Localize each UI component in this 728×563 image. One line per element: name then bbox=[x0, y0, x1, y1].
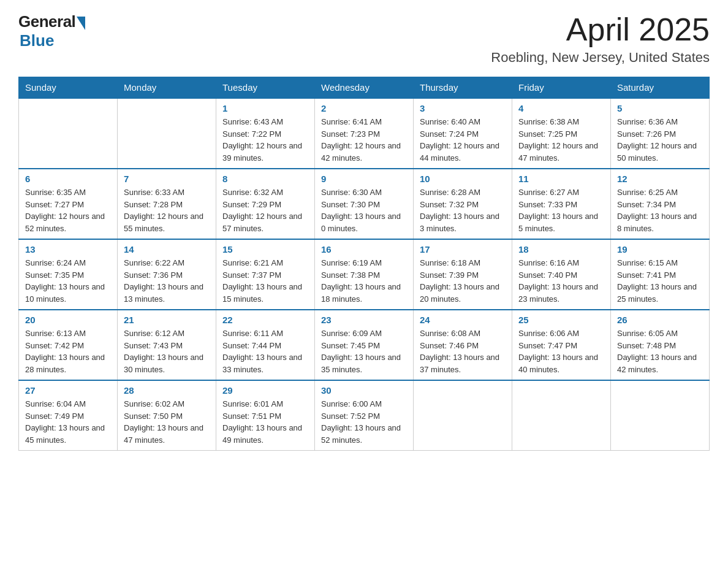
calendar-week-row: 6Sunrise: 6:35 AMSunset: 7:27 PMDaylight… bbox=[19, 169, 710, 239]
calendar-header-cell: Thursday bbox=[414, 77, 512, 99]
day-number: 3 bbox=[420, 103, 506, 113]
calendar-body: 1Sunrise: 6:43 AMSunset: 7:22 PMDaylight… bbox=[19, 98, 710, 451]
day-info: Sunrise: 6:30 AMSunset: 7:30 PMDaylight:… bbox=[321, 186, 407, 234]
calendar-day-cell: 21Sunrise: 6:12 AMSunset: 7:43 PMDayligh… bbox=[118, 310, 216, 380]
day-number: 11 bbox=[518, 174, 604, 184]
calendar-day-cell: 28Sunrise: 6:02 AMSunset: 7:50 PMDayligh… bbox=[118, 380, 216, 451]
day-info: Sunrise: 6:08 AMSunset: 7:46 PMDaylight:… bbox=[420, 327, 506, 375]
calendar-day-cell: 19Sunrise: 6:15 AMSunset: 7:41 PMDayligh… bbox=[611, 239, 710, 310]
day-info: Sunrise: 6:04 AMSunset: 7:49 PMDaylight:… bbox=[25, 398, 111, 446]
day-info: Sunrise: 6:28 AMSunset: 7:32 PMDaylight:… bbox=[420, 186, 506, 234]
calendar-day-cell: 7Sunrise: 6:33 AMSunset: 7:28 PMDaylight… bbox=[118, 169, 216, 239]
day-number: 18 bbox=[518, 244, 604, 255]
calendar-day-cell: 17Sunrise: 6:18 AMSunset: 7:39 PMDayligh… bbox=[414, 239, 512, 310]
day-info: Sunrise: 6:13 AMSunset: 7:42 PMDaylight:… bbox=[25, 327, 111, 375]
day-number: 9 bbox=[321, 174, 407, 184]
calendar-header-cell: Saturday bbox=[611, 77, 710, 99]
calendar-day-cell: 16Sunrise: 6:19 AMSunset: 7:38 PMDayligh… bbox=[315, 239, 414, 310]
day-number: 25 bbox=[518, 315, 604, 325]
calendar-day-cell: 25Sunrise: 6:06 AMSunset: 7:47 PMDayligh… bbox=[512, 310, 611, 380]
calendar-day-cell: 30Sunrise: 6:00 AMSunset: 7:52 PMDayligh… bbox=[315, 380, 414, 451]
page-header: General Blue April 2025 Roebling, New Je… bbox=[18, 12, 710, 66]
day-info: Sunrise: 6:16 AMSunset: 7:40 PMDaylight:… bbox=[518, 257, 604, 305]
calendar-header-cell: Friday bbox=[512, 77, 611, 99]
day-info: Sunrise: 6:43 AMSunset: 7:22 PMDaylight:… bbox=[222, 116, 308, 164]
day-info: Sunrise: 6:25 AMSunset: 7:34 PMDaylight:… bbox=[617, 186, 703, 234]
day-number: 14 bbox=[124, 244, 210, 255]
calendar-day-cell: 14Sunrise: 6:22 AMSunset: 7:36 PMDayligh… bbox=[118, 239, 216, 310]
day-info: Sunrise: 6:24 AMSunset: 7:35 PMDaylight:… bbox=[25, 257, 111, 305]
calendar-day-cell bbox=[414, 380, 512, 451]
day-info: Sunrise: 6:19 AMSunset: 7:38 PMDaylight:… bbox=[321, 257, 407, 305]
calendar-table: SundayMondayTuesdayWednesdayThursdayFrid… bbox=[18, 77, 710, 451]
day-info: Sunrise: 6:38 AMSunset: 7:25 PMDaylight:… bbox=[518, 116, 604, 164]
day-number: 5 bbox=[617, 103, 703, 113]
day-number: 17 bbox=[420, 244, 506, 255]
day-number: 13 bbox=[25, 244, 111, 255]
day-info: Sunrise: 6:05 AMSunset: 7:48 PMDaylight:… bbox=[617, 327, 703, 375]
calendar-header-cell: Monday bbox=[118, 77, 216, 99]
day-info: Sunrise: 6:27 AMSunset: 7:33 PMDaylight:… bbox=[518, 186, 604, 234]
day-number: 8 bbox=[222, 174, 308, 184]
calendar-day-cell: 10Sunrise: 6:28 AMSunset: 7:32 PMDayligh… bbox=[414, 169, 512, 239]
day-number: 29 bbox=[222, 385, 308, 396]
calendar-day-cell: 12Sunrise: 6:25 AMSunset: 7:34 PMDayligh… bbox=[611, 169, 710, 239]
day-number: 6 bbox=[25, 174, 111, 184]
calendar-day-cell bbox=[118, 98, 216, 169]
calendar-week-row: 27Sunrise: 6:04 AMSunset: 7:49 PMDayligh… bbox=[19, 380, 710, 451]
day-info: Sunrise: 6:36 AMSunset: 7:26 PMDaylight:… bbox=[617, 116, 703, 164]
calendar-day-cell: 22Sunrise: 6:11 AMSunset: 7:44 PMDayligh… bbox=[216, 310, 315, 380]
calendar-day-cell: 5Sunrise: 6:36 AMSunset: 7:26 PMDaylight… bbox=[611, 98, 710, 169]
calendar-week-row: 20Sunrise: 6:13 AMSunset: 7:42 PMDayligh… bbox=[19, 310, 710, 380]
calendar-day-cell: 6Sunrise: 6:35 AMSunset: 7:27 PMDaylight… bbox=[19, 169, 118, 239]
day-number: 15 bbox=[222, 244, 308, 255]
location-title: Roebling, New Jersey, United States bbox=[491, 50, 710, 66]
day-number: 30 bbox=[321, 385, 407, 396]
calendar-day-cell: 2Sunrise: 6:41 AMSunset: 7:23 PMDaylight… bbox=[315, 98, 414, 169]
calendar-day-cell: 26Sunrise: 6:05 AMSunset: 7:48 PMDayligh… bbox=[611, 310, 710, 380]
day-number: 12 bbox=[617, 174, 703, 184]
day-info: Sunrise: 6:21 AMSunset: 7:37 PMDaylight:… bbox=[222, 257, 308, 305]
calendar-day-cell: 11Sunrise: 6:27 AMSunset: 7:33 PMDayligh… bbox=[512, 169, 611, 239]
calendar-day-cell: 29Sunrise: 6:01 AMSunset: 7:51 PMDayligh… bbox=[216, 380, 315, 451]
day-info: Sunrise: 6:06 AMSunset: 7:47 PMDaylight:… bbox=[518, 327, 604, 375]
day-number: 19 bbox=[617, 244, 703, 255]
day-info: Sunrise: 6:15 AMSunset: 7:41 PMDaylight:… bbox=[617, 257, 703, 305]
logo-triangle-icon bbox=[77, 17, 85, 30]
day-info: Sunrise: 6:02 AMSunset: 7:50 PMDaylight:… bbox=[124, 398, 210, 446]
calendar-day-cell: 9Sunrise: 6:30 AMSunset: 7:30 PMDaylight… bbox=[315, 169, 414, 239]
day-number: 21 bbox=[124, 315, 210, 325]
day-info: Sunrise: 6:40 AMSunset: 7:24 PMDaylight:… bbox=[420, 116, 506, 164]
day-info: Sunrise: 6:22 AMSunset: 7:36 PMDaylight:… bbox=[124, 257, 210, 305]
calendar-day-cell bbox=[19, 98, 118, 169]
day-number: 23 bbox=[321, 315, 407, 325]
logo: General Blue bbox=[18, 12, 85, 50]
day-number: 16 bbox=[321, 244, 407, 255]
day-info: Sunrise: 6:11 AMSunset: 7:44 PMDaylight:… bbox=[222, 327, 308, 375]
logo-general-text: General bbox=[18, 12, 75, 31]
month-title: April 2025 bbox=[491, 12, 710, 47]
day-info: Sunrise: 6:00 AMSunset: 7:52 PMDaylight:… bbox=[321, 398, 407, 446]
calendar-day-cell: 20Sunrise: 6:13 AMSunset: 7:42 PMDayligh… bbox=[19, 310, 118, 380]
calendar-day-cell bbox=[611, 380, 710, 451]
day-number: 1 bbox=[222, 103, 308, 113]
day-info: Sunrise: 6:32 AMSunset: 7:29 PMDaylight:… bbox=[222, 186, 308, 234]
logo-blue-text: Blue bbox=[20, 31, 54, 50]
day-number: 27 bbox=[25, 385, 111, 396]
title-block: April 2025 Roebling, New Jersey, United … bbox=[491, 12, 710, 66]
day-number: 4 bbox=[518, 103, 604, 113]
calendar-header-row: SundayMondayTuesdayWednesdayThursdayFrid… bbox=[19, 77, 710, 99]
day-number: 10 bbox=[420, 174, 506, 184]
calendar-day-cell: 18Sunrise: 6:16 AMSunset: 7:40 PMDayligh… bbox=[512, 239, 611, 310]
day-number: 24 bbox=[420, 315, 506, 325]
calendar-day-cell: 27Sunrise: 6:04 AMSunset: 7:49 PMDayligh… bbox=[19, 380, 118, 451]
calendar-day-cell: 4Sunrise: 6:38 AMSunset: 7:25 PMDaylight… bbox=[512, 98, 611, 169]
day-info: Sunrise: 6:35 AMSunset: 7:27 PMDaylight:… bbox=[25, 186, 111, 234]
day-info: Sunrise: 6:41 AMSunset: 7:23 PMDaylight:… bbox=[321, 116, 407, 164]
day-number: 22 bbox=[222, 315, 308, 325]
day-info: Sunrise: 6:12 AMSunset: 7:43 PMDaylight:… bbox=[124, 327, 210, 375]
calendar-day-cell: 13Sunrise: 6:24 AMSunset: 7:35 PMDayligh… bbox=[19, 239, 118, 310]
day-info: Sunrise: 6:33 AMSunset: 7:28 PMDaylight:… bbox=[124, 186, 210, 234]
calendar-day-cell: 1Sunrise: 6:43 AMSunset: 7:22 PMDaylight… bbox=[216, 98, 315, 169]
calendar-day-cell: 3Sunrise: 6:40 AMSunset: 7:24 PMDaylight… bbox=[414, 98, 512, 169]
